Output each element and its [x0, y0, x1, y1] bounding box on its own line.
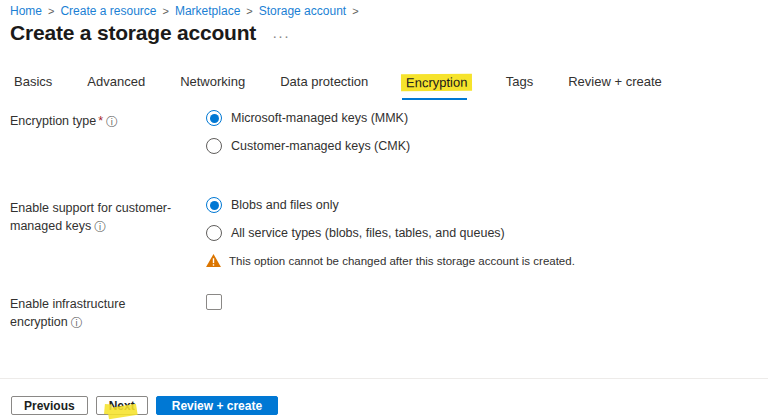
tab-review-create-label: Review + create: [566, 73, 664, 90]
cmk-support-label: Enable support for customer-managed keys…: [10, 197, 206, 235]
encryption-type-label-text: Encryption type: [10, 114, 96, 128]
encryption-type-options: Microsoft-managed keys (MMK) Customer-ma…: [206, 110, 410, 166]
breadcrumb: Home > Create a resource > Marketplace >…: [10, 4, 365, 18]
previous-button[interactable]: Previous: [11, 396, 88, 415]
encryption-type-row: Encryption type*ⓘ Microsoft-managed keys…: [10, 110, 750, 166]
page-title: Create a storage account: [10, 21, 256, 45]
breadcrumb-home[interactable]: Home: [10, 4, 42, 18]
warning-icon: [206, 254, 221, 267]
info-icon[interactable]: ⓘ: [71, 316, 83, 330]
required-marker: *: [98, 114, 103, 128]
tab-encryption-label: Encryption: [401, 74, 473, 92]
radio-icon: [206, 197, 222, 213]
breadcrumb-separator: >: [246, 5, 252, 17]
tab-bar: Basics Advanced Networking Data protecti…: [12, 70, 695, 100]
encryption-form: Encryption type*ⓘ Microsoft-managed keys…: [10, 110, 750, 331]
tab-data-protection-label: Data protection: [278, 73, 370, 90]
encryption-type-label: Encryption type*ⓘ: [10, 110, 206, 131]
tab-review-create[interactable]: Review + create: [566, 70, 664, 100]
footer-bar: Previous Next Review + create: [11, 396, 278, 415]
breadcrumb-create-a-resource[interactable]: Create a resource: [60, 4, 156, 18]
tab-networking[interactable]: Networking: [178, 70, 247, 100]
infrastructure-encryption-label: Enable infrastructure encryptionⓘ: [10, 293, 206, 331]
tab-basics[interactable]: Basics: [12, 70, 54, 100]
tab-networking-label: Networking: [178, 73, 247, 90]
tab-tags-label: Tags: [504, 73, 535, 90]
infrastructure-encryption-control: [206, 293, 222, 310]
review-create-button[interactable]: Review + create: [156, 396, 278, 415]
tab-advanced[interactable]: Advanced: [85, 70, 147, 100]
footer-divider: [0, 378, 768, 379]
tab-advanced-label: Advanced: [85, 73, 147, 90]
radio-icon: [206, 138, 222, 154]
info-icon[interactable]: ⓘ: [106, 115, 118, 129]
tab-basics-label: Basics: [12, 73, 54, 90]
radio-icon: [206, 110, 222, 126]
breadcrumb-storage-account[interactable]: Storage account: [259, 4, 346, 18]
radio-all-service-types[interactable]: All service types (blobs, files, tables,…: [206, 225, 575, 241]
cmk-support-label-text: Enable support for customer-managed keys: [10, 201, 171, 233]
breadcrumb-marketplace[interactable]: Marketplace: [175, 4, 240, 18]
tab-tags[interactable]: Tags: [504, 70, 535, 100]
cmk-support-options: Blobs and files only All service types (…: [206, 197, 575, 267]
info-icon[interactable]: ⓘ: [94, 220, 106, 234]
radio-blobs-files-only-label: Blobs and files only: [231, 198, 339, 212]
cmk-support-row: Enable support for customer-managed keys…: [10, 197, 750, 267]
warning-text: This option cannot be changed after this…: [229, 255, 575, 267]
radio-cmk-label: Customer-managed keys (CMK): [231, 139, 410, 153]
radio-all-service-types-label: All service types (blobs, files, tables,…: [231, 226, 505, 240]
infrastructure-encryption-row: Enable infrastructure encryptionⓘ: [10, 293, 750, 331]
tab-encryption[interactable]: Encryption: [401, 70, 472, 100]
tab-data-protection[interactable]: Data protection: [278, 70, 370, 100]
next-button-label: Next: [109, 399, 135, 413]
next-button[interactable]: Next: [96, 396, 148, 415]
radio-icon: [206, 225, 222, 241]
breadcrumb-separator: >: [48, 5, 54, 17]
infrastructure-encryption-label-text: Enable infrastructure encryption: [10, 297, 125, 329]
breadcrumb-separator: >: [352, 5, 358, 17]
infrastructure-encryption-checkbox[interactable]: [206, 294, 222, 310]
breadcrumb-separator: >: [163, 5, 169, 17]
radio-mmk-label: Microsoft-managed keys (MMK): [231, 111, 408, 125]
more-menu-icon[interactable]: ···: [272, 24, 290, 43]
title-row: Create a storage account ···: [10, 21, 290, 45]
radio-blobs-files-only[interactable]: Blobs and files only: [206, 197, 575, 213]
radio-cmk[interactable]: Customer-managed keys (CMK): [206, 138, 410, 154]
radio-mmk[interactable]: Microsoft-managed keys (MMK): [206, 110, 410, 126]
warning-message: This option cannot be changed after this…: [206, 255, 575, 267]
